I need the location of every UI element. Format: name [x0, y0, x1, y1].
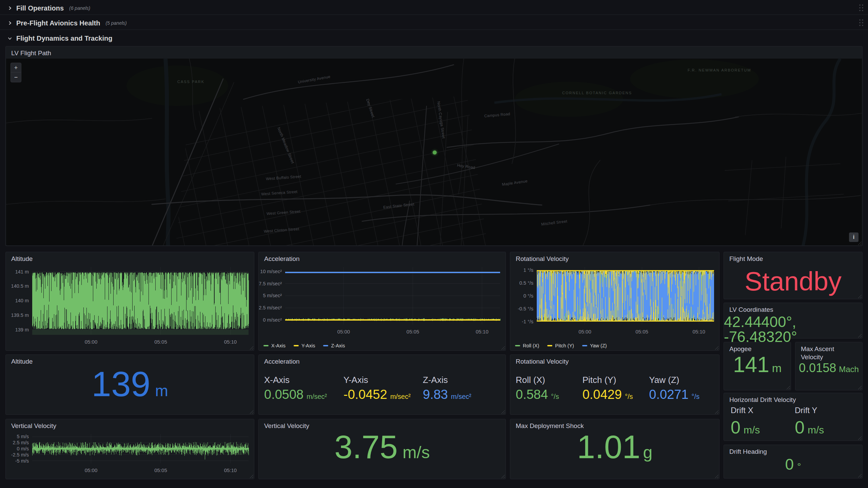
panel-title[interactable]: Drift Heading: [724, 445, 862, 456]
svg-text:0 m/s: 0 m/s: [17, 446, 29, 451]
stat-label: Z-Axis: [423, 375, 502, 385]
stat-value: 0.0429: [583, 388, 622, 401]
svg-text:05:00: 05:00: [337, 329, 350, 334]
row-header-flight-dynamics[interactable]: Flight Dynamics and Tracking: [5, 32, 860, 44]
svg-text:05:05: 05:05: [635, 329, 648, 334]
vehicle-location-marker: [433, 150, 437, 155]
svg-text:141 m: 141 m: [15, 269, 29, 274]
stat-unit: m/sec²: [451, 393, 471, 401]
chart-legend: X-AxisY-AxisZ-Axis: [263, 343, 345, 348]
svg-text:-5 m/s: -5 m/s: [15, 458, 29, 464]
svg-text:-1 °/s: -1 °/s: [522, 319, 533, 324]
drift-heading-value: 0: [785, 456, 794, 472]
panel-rotational-stat: Rotational Velocity Roll (X) 0.584°/s Pi…: [510, 354, 719, 415]
panel-title[interactable]: Acceleration: [259, 355, 506, 366]
legend-series-label: Yaw (Z): [590, 343, 607, 348]
lv-coordinates-value: 42.44400°, -76.48320°: [724, 314, 862, 344]
legend-series-label: X-Axis: [271, 343, 285, 348]
map-attribution-button[interactable]: i: [849, 232, 859, 242]
zoom-in-button[interactable]: +: [11, 63, 21, 73]
panel-title[interactable]: Max Ascent Velocity: [795, 342, 862, 362]
legend-item[interactable]: X-Axis: [263, 343, 285, 348]
zoom-out-button[interactable]: −: [11, 73, 21, 82]
map-zoom-control: + −: [11, 63, 21, 82]
row-title: Pre-Flight Avionics Health: [16, 19, 100, 27]
stat-label: Pitch (Y): [583, 375, 649, 385]
row-panel-count: (5 panels): [105, 20, 126, 26]
panel-apogee: Apogee 141 m: [724, 342, 791, 390]
legend-series-color: [582, 345, 587, 346]
panel-title[interactable]: Rotational Velocity: [510, 355, 719, 366]
chart-legend: Roll (X)Pitch (Y)Yaw (Z): [515, 343, 607, 348]
svg-text:5 m/s: 5 m/s: [17, 434, 29, 439]
flight-mode-value: Standby: [745, 268, 842, 294]
row-header-preflight-avionics[interactable]: Pre-Flight Avionics Health (5 panels): [5, 17, 860, 29]
map-street-label: CASS PARK: [177, 80, 204, 84]
panel-vertical-velocity-stat: Vertical Velocity 3.75 m/s: [258, 419, 506, 479]
drag-handle-icon[interactable]: [859, 19, 864, 28]
row-header-fill-operations[interactable]: Fill Operations (6 panels): [5, 2, 860, 14]
stat-unit: °/s: [551, 393, 559, 401]
panel-title[interactable]: Horizontal Drift Velocity: [724, 393, 862, 405]
grafana-dashboard: Fill Operations (6 panels) Pre-Flight Av…: [0, 0, 868, 488]
panel-title[interactable]: Acceleration: [259, 252, 506, 264]
panel-title[interactable]: Rotational Velocity: [510, 252, 719, 264]
drag-handle-icon[interactable]: [859, 4, 864, 13]
svg-text:05:05: 05:05: [154, 339, 167, 345]
legend-item[interactable]: Pitch (Y): [547, 343, 574, 348]
panel-rotational-chart: Rotational Velocity -1 °/s-0.5 °/s0 °/s0…: [510, 252, 719, 351]
svg-text:2.5 m/sec²: 2.5 m/sec²: [259, 305, 282, 310]
stat-unit: m/sec²: [307, 393, 327, 401]
panel-horizontal-drift: Horizontal Drift Velocity Drift X 0m/s D…: [724, 393, 863, 441]
altitude-stat-unit: m: [155, 383, 168, 399]
row-divider: [0, 29, 868, 30]
panel-title[interactable]: LV Coordinates: [724, 303, 862, 314]
legend-series-color: [547, 345, 552, 346]
panel-title[interactable]: Apogee: [724, 342, 791, 354]
panel-title[interactable]: Vertical Velocity: [6, 419, 254, 431]
stat-label: Roll (X): [516, 375, 583, 385]
map-canvas[interactable]: + − i CASS PARKUniversity AvenueCORNELL …: [6, 59, 862, 245]
panel-title[interactable]: Flight Mode: [724, 252, 862, 264]
legend-item[interactable]: Yaw (Z): [582, 343, 607, 348]
svg-text:2.5 m/s: 2.5 m/s: [13, 440, 29, 445]
legend-item[interactable]: Y-Axis: [294, 343, 315, 348]
stat-value: 0.584: [516, 388, 548, 401]
svg-text:140 m: 140 m: [15, 298, 29, 303]
legend-item[interactable]: Z-Axis: [323, 343, 345, 348]
row-title: Flight Dynamics and Tracking: [16, 35, 112, 42]
vertical-velocity-timeseries[interactable]: -5 m/s-2.5 m/s0 m/s2.5 m/s5 m/s05:0005:0…: [6, 431, 254, 479]
stat-drift-y: Drift Y 0m/s: [795, 406, 859, 436]
stat-roll: Roll (X) 0.584°/s: [516, 375, 583, 401]
max-ascent-unit: Mach: [839, 365, 859, 373]
stat-unit: °/s: [692, 393, 700, 401]
stat-value: 0: [731, 419, 741, 436]
panel-acceleration-chart: Acceleration 0 m/sec²2.5 m/sec²5 m/sec²7…: [258, 252, 506, 351]
acceleration-timeseries[interactable]: 0 m/sec²2.5 m/sec²5 m/sec²7.5 m/sec²10 m…: [259, 264, 506, 350]
rotational-velocity-timeseries[interactable]: -1 °/s-0.5 °/s0 °/s0.5 °/s1 °/s05:0005:0…: [510, 264, 719, 350]
svg-text:10 m/sec²: 10 m/sec²: [260, 269, 282, 274]
svg-text:05:10: 05:10: [476, 329, 489, 334]
panel-title[interactable]: LV Flight Path: [6, 46, 862, 58]
chevron-down-icon: [5, 36, 14, 41]
panel-lv-flight-path: LV Flight Path + − i CASS PARKUniversity…: [5, 46, 863, 246]
legend-item[interactable]: Roll (X): [515, 343, 539, 348]
altitude-stat-value: 139: [92, 366, 151, 402]
altitude-timeseries[interactable]: 139 m139.5 m140 m140.5 m141 m05:0005:050…: [6, 264, 254, 350]
legend-series-label: Y-Axis: [301, 343, 315, 348]
panel-title[interactable]: Altitude: [6, 252, 254, 264]
row-divider: [0, 15, 868, 15]
svg-text:-2.5 m/s: -2.5 m/s: [11, 452, 29, 458]
apogee-unit: m: [772, 362, 782, 374]
svg-text:05:00: 05:00: [85, 339, 98, 345]
svg-text:05:10: 05:10: [224, 339, 237, 345]
svg-text:0.5 °/s: 0.5 °/s: [519, 280, 533, 286]
svg-text:0 m/sec²: 0 m/sec²: [263, 317, 282, 322]
stat-value: 0: [795, 419, 805, 436]
legend-series-color: [515, 345, 520, 346]
stat-unit: m/sec²: [390, 393, 411, 401]
svg-text:1 °/s: 1 °/s: [524, 267, 533, 273]
vertical-velocity-unit: m/s: [402, 444, 430, 461]
panel-flight-mode: Flight Mode Standby: [724, 252, 863, 299]
stat-pitch: Pitch (Y) 0.0429°/s: [583, 375, 649, 401]
